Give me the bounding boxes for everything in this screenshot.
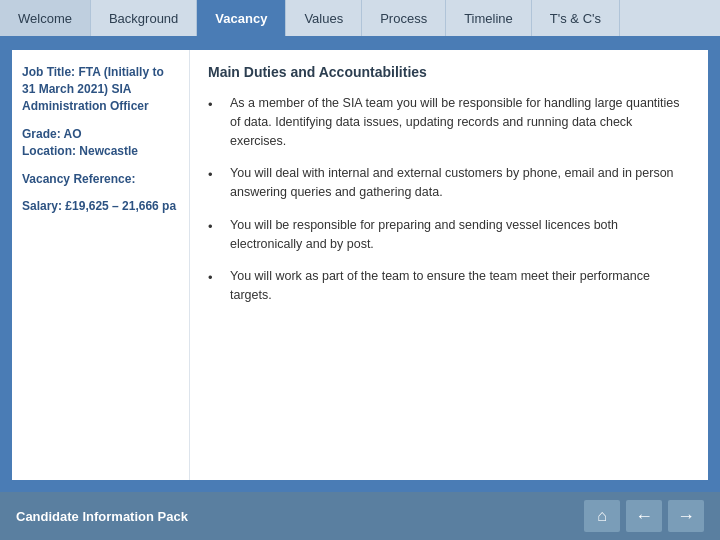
tab-values[interactable]: Values <box>286 0 362 36</box>
bullet-icon: • <box>208 268 222 288</box>
back-button[interactable]: ← <box>626 500 662 532</box>
bullet-icon: • <box>208 217 222 237</box>
list-item: • As a member of the SIA team you will b… <box>208 94 690 150</box>
footer: Candidate Information Pack ⌂ ← → <box>0 492 720 540</box>
list-item: • You will work as part of the team to e… <box>208 267 690 305</box>
job-title: Job Title: FTA (Initially to 31 March 20… <box>22 64 179 114</box>
sidebar: Job Title: FTA (Initially to 31 March 20… <box>12 50 190 480</box>
bullet-text-2: You will deal with internal and external… <box>230 164 690 202</box>
bullet-text-1: As a member of the SIA team you will be … <box>230 94 690 150</box>
section-title: Main Duties and Accountabilities <box>208 64 690 80</box>
salary: Salary: £19,625 – 21,666 pa <box>22 198 179 215</box>
grade-label: Grade: AO <box>22 127 82 141</box>
navigation-bar: Welcome Background Vacancy Values Proces… <box>0 0 720 38</box>
bullet-icon: • <box>208 165 222 185</box>
tab-welcome[interactable]: Welcome <box>0 0 91 36</box>
bullet-icon: • <box>208 95 222 115</box>
bullet-list: • As a member of the SIA team you will b… <box>208 94 690 305</box>
location-label: Location: Newcastle <box>22 144 138 158</box>
tab-process[interactable]: Process <box>362 0 446 36</box>
content-area: Main Duties and Accountabilities • As a … <box>190 50 708 480</box>
footer-title: Candidate Information Pack <box>16 509 584 524</box>
main-content: Job Title: FTA (Initially to 31 March 20… <box>12 50 708 480</box>
tab-tcs[interactable]: T's & C's <box>532 0 620 36</box>
footer-icons: ⌂ ← → <box>584 500 704 532</box>
grade-location: Grade: AO Location: Newcastle <box>22 126 179 160</box>
tab-timeline[interactable]: Timeline <box>446 0 532 36</box>
tab-vacancy[interactable]: Vacancy <box>197 0 286 36</box>
bullet-text-3: You will be responsible for preparing an… <box>230 216 690 254</box>
home-button[interactable]: ⌂ <box>584 500 620 532</box>
vacancy-reference: Vacancy Reference: <box>22 172 179 186</box>
list-item: • You will be responsible for preparing … <box>208 216 690 254</box>
list-item: • You will deal with internal and extern… <box>208 164 690 202</box>
forward-button[interactable]: → <box>668 500 704 532</box>
bullet-text-4: You will work as part of the team to ens… <box>230 267 690 305</box>
tab-background[interactable]: Background <box>91 0 197 36</box>
